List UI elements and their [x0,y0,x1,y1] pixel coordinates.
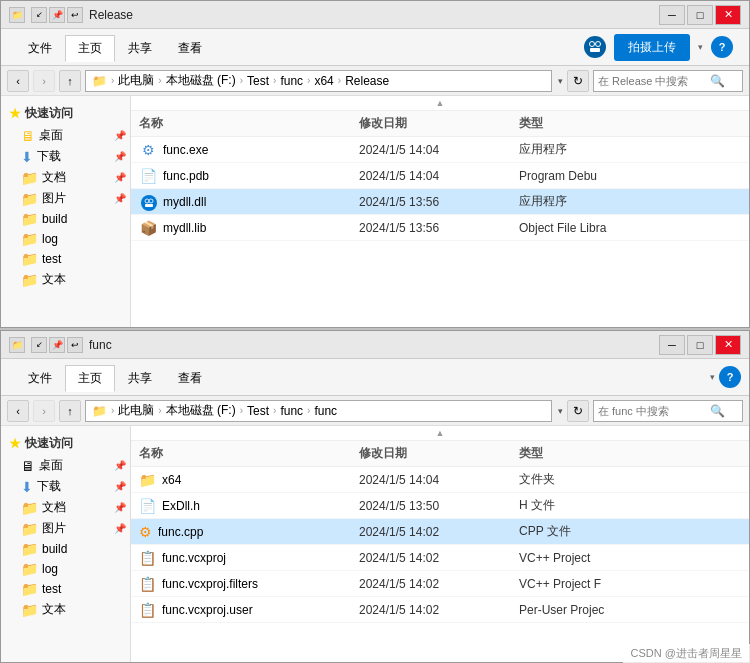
sidebar-label-text-1: 文本 [42,271,66,288]
quick-access-icon-2: ↙ [31,337,47,353]
tab-home-1[interactable]: 主页 [65,35,115,62]
sidebar-item-text-2[interactable]: 📁 文本 [1,599,130,620]
file-row-1-2[interactable]: 📄 ExDll.h 2024/1/5 13:50 H 文件 [131,493,749,519]
pin-icon-desktop-2: 📌 [114,460,126,471]
address-path-1[interactable]: 📁 › 此电脑 › 本地磁盘 (F:) › Test › func › x64 … [85,70,552,92]
tab-file-2[interactable]: 文件 [15,365,65,392]
file-name-text-2-2: func.cpp [158,525,203,539]
search-input-1[interactable] [598,75,708,87]
sidebar-label-test-1: test [42,252,61,266]
ribbon-chevron-2[interactable]: ▾ [710,372,715,382]
sidebar-item-download-1[interactable]: ⬇ 下载 📌 [1,146,130,167]
maximize-btn-2[interactable]: □ [687,335,713,355]
close-btn-1[interactable]: ✕ [715,5,741,25]
file-row-1-1[interactable]: 📄 func.pdb 2024/1/5 14:04 Program Debu [131,163,749,189]
sidebar-item-test-2[interactable]: 📁 test [1,579,130,599]
refresh-btn-2[interactable]: ↻ [567,400,589,422]
sidebar-item-download-2[interactable]: ⬇ 下载 📌 [1,476,130,497]
path2-5: func [314,404,337,418]
path-3: Test [247,74,269,88]
back-btn-2[interactable]: ‹ [7,400,29,422]
file-row-4-2[interactable]: 📋 func.vcxproj.filters 2024/1/5 14:02 VC… [131,571,749,597]
sidebar-item-pics-2[interactable]: 📁 图片 📌 [1,518,130,539]
path-4: func [280,74,303,88]
file-row-2-2[interactable]: ⚙ func.cpp 2024/1/5 14:02 CPP 文件 [131,519,749,545]
sidebar-item-pics-1[interactable]: 📁 图片 📌 [1,188,130,209]
search-icon-1[interactable]: 🔍 [710,74,725,88]
minimize-btn-1[interactable]: ─ [659,5,685,25]
folder-icon-pics-1: 📁 [21,191,38,207]
sidebar-item-text-1[interactable]: 📁 文本 [1,269,130,290]
col-date-1[interactable]: 修改日期 [359,115,519,132]
sidebar-item-desktop-2[interactable]: 🖥 桌面 📌 [1,455,130,476]
sidebar-quick-access-1[interactable]: ★ 快速访问 [1,102,130,125]
col-name-1[interactable]: 名称 [139,115,359,132]
upload-overlay-icon-dll [141,195,157,211]
file-row-3-2[interactable]: 📋 func.vcxproj 2024/1/5 14:02 VC++ Proje… [131,545,749,571]
up-btn-1[interactable]: ↑ [59,70,81,92]
csdn-label: CSDN @进击者周星星 [631,647,742,659]
search-icon-2[interactable]: 🔍 [710,404,725,418]
tab-view-1[interactable]: 查看 [165,35,215,62]
file-type-2-2: CPP 文件 [519,523,741,540]
search-input-2[interactable] [598,405,708,417]
file-icon-lib-1: 📦 [140,220,157,236]
path2-4: func [280,404,303,418]
col-type-1[interactable]: 类型 [519,115,741,132]
sidebar-item-docs-1[interactable]: 📁 文档 📌 [1,167,130,188]
tab-share-2[interactable]: 共享 [115,365,165,392]
sidebar-item-desktop-1[interactable]: 🖥 桌面 📌 [1,125,130,146]
file-row-0-2[interactable]: 📁 x64 2024/1/5 14:04 文件夹 [131,467,749,493]
folder-icon-download-2: ⬇ [21,479,33,495]
ribbon-chevron-1[interactable]: ▾ [698,42,703,52]
sidebar-header-label-2: 快速访问 [25,435,73,452]
sidebar-item-log-1[interactable]: 📁 log [1,229,130,249]
help-btn-1[interactable]: ? [711,36,733,58]
minimize-btn-2[interactable]: ─ [659,335,685,355]
file-row-5-2[interactable]: 📋 func.vcxproj.user 2024/1/5 14:02 Per-U… [131,597,749,623]
up-btn-2[interactable]: ↑ [59,400,81,422]
quick-access-icon: ↙ [31,7,47,23]
tab-home-2[interactable]: 主页 [65,365,115,392]
address-dropdown-2[interactable]: ▾ [558,406,563,416]
col-date-2[interactable]: 修改日期 [359,445,519,462]
tab-view-2[interactable]: 查看 [165,365,215,392]
path2-2: 本地磁盘 (F:) [166,402,236,419]
close-btn-2[interactable]: ✕ [715,335,741,355]
upload-btn-1[interactable]: 拍摄上传 [614,34,690,61]
file-date-1-2: 2024/1/5 13:50 [359,499,519,513]
file-name-3-2: 📋 func.vcxproj [139,550,359,566]
folder-icon-text-2: 📁 [21,602,38,618]
forward-btn-2[interactable]: › [33,400,55,422]
sidebar-item-docs-2[interactable]: 📁 文档 📌 [1,497,130,518]
file-row-2-1[interactable]: ⚙ mydll.dll 2024/1/5 13:56 应用程序 [131,189,749,215]
file-row-0-1[interactable]: ⚙ func.exe 2024/1/5 14:04 应用程序 [131,137,749,163]
tab-share-1[interactable]: 共享 [115,35,165,62]
window-icon-1: 📁 [9,7,25,23]
pin-icon-download-1: 📌 [114,151,126,162]
file-row-3-1[interactable]: 📦 mydll.lib 2024/1/5 13:56 Object File L… [131,215,749,241]
col-type-2[interactable]: 类型 [519,445,741,462]
sidebar-item-build-2[interactable]: 📁 build [1,539,130,559]
sidebar-item-log-2[interactable]: 📁 log [1,559,130,579]
address-dropdown-1[interactable]: ▾ [558,76,563,86]
file-name-text-1-2: ExDll.h [162,499,200,513]
address-path-2[interactable]: 📁 › 此电脑 › 本地磁盘 (F:) › Test › func › func [85,400,552,422]
sidebar-item-test-1[interactable]: 📁 test [1,249,130,269]
path-6: Release [345,74,389,88]
sidebar-quick-access-2[interactable]: ★ 快速访问 [1,432,130,455]
file-date-1-1: 2024/1/5 14:04 [359,169,519,183]
back-btn-1[interactable]: ‹ [7,70,29,92]
col-name-2[interactable]: 名称 [139,445,359,462]
maximize-btn-1[interactable]: □ [687,5,713,25]
file-name-2-2: ⚙ func.cpp [139,524,359,540]
sort-arrow-1: ▲ [436,98,445,108]
tab-file-1[interactable]: 文件 [15,35,65,62]
sidebar-item-build-1[interactable]: 📁 build [1,209,130,229]
help-btn-2[interactable]: ? [719,366,741,388]
sort-indicator-2: ▲ [131,426,749,441]
undo-title-icon: ↩ [67,7,83,23]
forward-btn-1[interactable]: › [33,70,55,92]
refresh-btn-1[interactable]: ↻ [567,70,589,92]
ribbon-1: 文件 主页 共享 查看 拍摄上传 ▾ ? [1,29,749,66]
